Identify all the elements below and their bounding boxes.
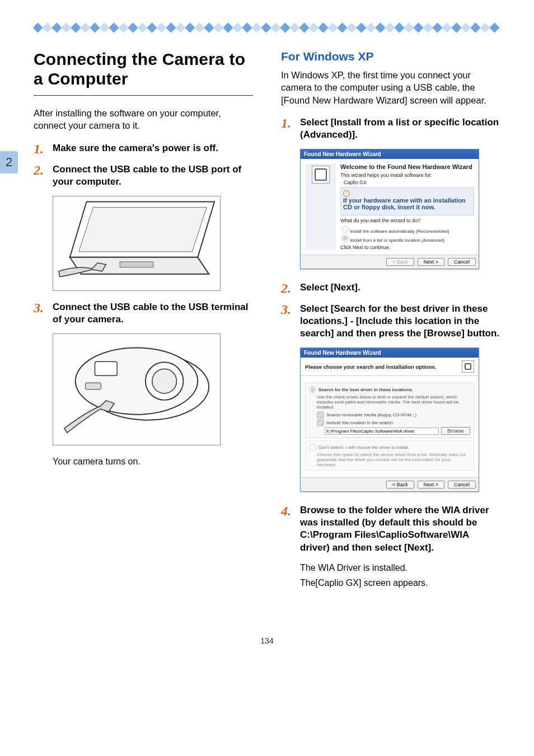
left-column: Connecting the Camera to a Computer Afte…: [34, 50, 253, 591]
step-number: 1: [34, 142, 53, 156]
right-step-3: 3 Select [Search for the best driver in …: [281, 303, 500, 340]
step-number: 3: [281, 303, 300, 316]
step-number: 1: [281, 116, 300, 130]
wizard-cancel-button[interactable]: Cancel: [448, 481, 476, 489]
wizard-device-name: Caplio GX: [344, 180, 474, 185]
page-title: Connecting the Camera to a Computer: [34, 50, 253, 88]
wizard-help-text: This wizard helps you install software f…: [340, 172, 474, 178]
right-note-2: The[Caplio GX] screen appears.: [300, 577, 500, 589]
step-number: 2: [34, 163, 53, 177]
wizard2-chk-removable[interactable]: Search removable media (floppy, CD-ROM..…: [317, 411, 470, 419]
right-column: For Windows XP In Windows XP, the first …: [281, 50, 500, 591]
wizard-titlebar: Found New Hardware Wizard: [301, 348, 479, 358]
svg-marker-1: [79, 207, 207, 251]
camera-illustration: [53, 334, 221, 445]
step-text: Select [Install from a list or specific …: [300, 116, 500, 141]
wizard-welcome: Welcome to the Found New Hardware Wizard: [340, 163, 474, 170]
svg-rect-3: [120, 261, 153, 267]
wizard-dialog-2: Found New Hardware Wizard Please choose …: [300, 348, 479, 492]
wizard-titlebar: Found New Hardware Wizard: [301, 149, 479, 159]
wizard-back-button[interactable]: < Back: [386, 258, 414, 266]
step-number: 3: [34, 301, 53, 314]
left-step-2: 2 Connect the USB cable to the USB port …: [34, 163, 253, 188]
right-note-1: The WIA Driver is installed.: [300, 562, 500, 574]
wizard2-dont-opt[interactable]: Don't search. I will choose the driver t…: [309, 444, 470, 451]
subsection-title: For Windows XP: [281, 50, 500, 63]
wizard2-path-input[interactable]: [325, 428, 439, 435]
step-text: Browse to the folder where the WIA drive…: [300, 504, 500, 553]
step-text: Connect the USB cable to the USB port of…: [53, 163, 253, 188]
wizard2-browse-button[interactable]: Browse: [441, 427, 470, 435]
step-text: Make sure the camera's power is off.: [53, 142, 253, 154]
svg-rect-8: [95, 361, 118, 375]
intro-text: After installing the software on your co…: [34, 107, 253, 132]
decorative-border: [34, 22, 500, 33]
svg-rect-9: [86, 383, 101, 389]
wizard-cancel-button[interactable]: Cancel: [448, 258, 476, 266]
wizard-next-button[interactable]: Next >: [418, 258, 444, 266]
cd-icon: [343, 190, 350, 197]
wizard2-heading: Please choose your search and installati…: [305, 364, 436, 370]
right-step-4: 4 Browse to the folder where the WIA dri…: [281, 504, 500, 553]
step-number: 4: [281, 504, 300, 518]
step-text: Select [Next].: [300, 281, 500, 294]
title-rule: [34, 95, 253, 96]
wizard-cd-text: If your hardware came with an installati…: [343, 197, 471, 210]
svg-point-7: [152, 369, 177, 393]
wizard2-search-desc: Use the check boxes below to limit or ex…: [317, 395, 470, 410]
page-number: 134: [34, 636, 500, 645]
right-step-2: 2 Select [Next].: [281, 281, 500, 295]
wizard-dialog-1: Found New Hardware Wizard Welcome to the…: [300, 149, 479, 269]
wizard-opt-advanced[interactable]: Install from a list or specific location…: [341, 234, 474, 243]
right-step-1: 1 Select [Install from a list or specifi…: [281, 116, 500, 141]
left-step-1: 1 Make sure the camera's power is off.: [34, 142, 253, 156]
wizard2-search-opt[interactable]: Search for the best driver in these loca…: [309, 386, 470, 393]
step-text: Connect the USB cable to the USB termina…: [53, 301, 253, 326]
wizard-continue-text: Click Next to continue.: [340, 245, 474, 250]
left-caption: Your camera turns on.: [53, 456, 253, 468]
device-icon: [312, 166, 330, 184]
wizard-side-graphic: [305, 163, 336, 250]
right-intro: In Windows XP, the first time you connec…: [281, 69, 500, 106]
device-icon: [462, 360, 474, 373]
wizard-opt-auto[interactable]: Install the software automatically (Reco…: [341, 226, 474, 234]
wizard-next-button[interactable]: Next >: [418, 481, 444, 489]
chapter-tab: 2: [0, 151, 18, 173]
laptop-illustration: [53, 196, 221, 291]
wizard2-chk-include[interactable]: Include this location in the search:: [317, 419, 470, 426]
left-step-3: 3 Connect the USB cable to the USB termi…: [34, 301, 253, 326]
wizard-cd-hint: If your hardware came with an installati…: [340, 187, 474, 215]
wizard2-dont-desc: Choose this option to select the device …: [317, 452, 470, 467]
step-text: Select [Search for the best driver in th…: [300, 303, 500, 340]
wizard-question: What do you want the wizard to do?: [340, 218, 474, 223]
wizard-back-button[interactable]: < Back: [386, 481, 414, 489]
step-number: 2: [281, 281, 300, 295]
